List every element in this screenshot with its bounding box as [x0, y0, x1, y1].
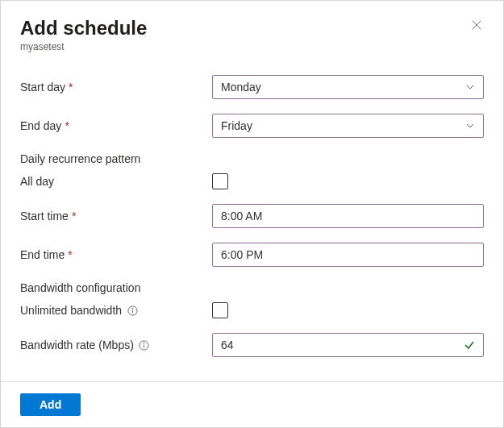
add-schedule-panel: Add schedule myasetest Start day * Monda…	[0, 0, 504, 428]
unlimited-bandwidth-label: Unlimited bandwidth	[20, 304, 212, 317]
label-text: End time	[20, 248, 65, 261]
bandwidth-rate-label: Bandwidth rate (Mbps)	[20, 339, 212, 351]
end-time-row: End time * 6:00 PM	[20, 243, 484, 267]
start-time-input[interactable]: 8:00 AM	[212, 204, 484, 228]
all-day-checkbox[interactable]	[212, 173, 228, 189]
info-icon[interactable]	[139, 339, 150, 351]
all-day-label: All day	[20, 175, 212, 188]
input-value: 6:00 PM	[221, 248, 263, 261]
end-day-row: End day * Friday	[20, 114, 484, 138]
required-marker: *	[69, 81, 73, 93]
panel-footer: Add	[1, 381, 503, 427]
info-icon[interactable]	[127, 305, 138, 316]
label-text: Bandwidth rate (Mbps)	[20, 339, 134, 351]
end-time-input[interactable]: 6:00 PM	[212, 243, 484, 267]
select-value: Friday	[221, 119, 252, 132]
bandwidth-rate-input[interactable]: 64	[212, 333, 484, 357]
add-button[interactable]: Add	[20, 393, 81, 416]
close-icon	[471, 19, 482, 31]
page-title: Add schedule	[20, 17, 147, 39]
end-day-label: End day *	[20, 119, 212, 132]
unlimited-bandwidth-checkbox[interactable]	[212, 302, 228, 318]
close-button[interactable]	[469, 17, 484, 35]
label-text: End day	[20, 119, 61, 132]
start-day-label: Start day *	[20, 81, 212, 93]
bandwidth-rate-row: Bandwidth rate (Mbps) 64	[20, 333, 484, 357]
recurrence-heading: Daily recurrence pattern	[20, 152, 484, 165]
start-day-select[interactable]: Monday	[212, 75, 484, 99]
required-marker: *	[72, 210, 76, 222]
required-marker: *	[68, 248, 72, 261]
start-time-label: Start time *	[20, 210, 212, 222]
input-value: 8:00 AM	[221, 210, 262, 222]
chevron-down-icon	[465, 82, 475, 92]
required-marker: *	[65, 119, 69, 132]
start-time-row: Start time * 8:00 AM	[20, 204, 484, 228]
select-value: Monday	[221, 81, 261, 93]
svg-point-4	[132, 308, 133, 309]
all-day-row: All day	[20, 173, 484, 189]
end-day-select[interactable]: Friday	[212, 114, 484, 138]
checkmark-icon	[464, 339, 475, 351]
label-text: Start day	[20, 81, 65, 93]
panel-header: Add schedule	[20, 17, 484, 39]
start-day-row: Start day * Monday	[20, 75, 484, 99]
label-text: Start time	[20, 210, 69, 222]
unlimited-bandwidth-row: Unlimited bandwidth	[20, 302, 484, 318]
svg-point-7	[144, 343, 144, 343]
bandwidth-heading: Bandwidth configuration	[20, 281, 484, 294]
panel-subtitle: myasetest	[20, 41, 484, 52]
label-text: Unlimited bandwidth	[20, 304, 122, 317]
end-time-label: End time *	[20, 248, 212, 261]
input-value: 64	[221, 339, 234, 351]
chevron-down-icon	[465, 121, 475, 131]
